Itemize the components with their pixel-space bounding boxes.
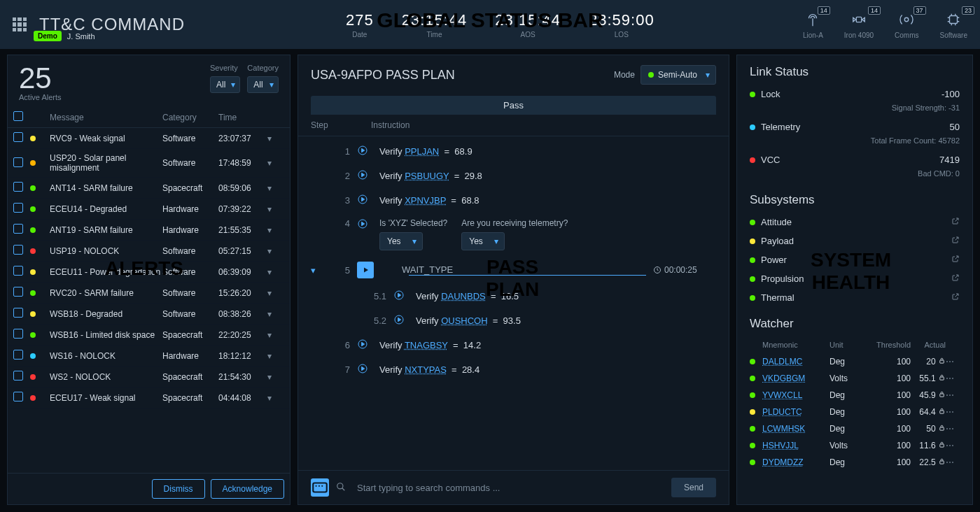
chevron-down-icon[interactable]: ▾: [267, 204, 284, 214]
chevron-down-icon[interactable]: ▾: [267, 330, 284, 340]
alert-row[interactable]: WS16 - NOLOCK Hardware 18:12:12 ▾: [8, 346, 290, 367]
row-checkbox[interactable]: [13, 329, 23, 339]
play-icon[interactable]: [357, 169, 379, 183]
mnemonic-link[interactable]: NXTYPAS: [405, 364, 447, 375]
alert-row[interactable]: USP19 - NOLOCK Software 05:27:15 ▾: [8, 241, 290, 262]
mnemonic-link[interactable]: TNAGBSY: [405, 340, 448, 350]
chevron-down-icon[interactable]: ▾: [267, 158, 284, 168]
play-icon[interactable]: [357, 363, 379, 376]
watcher-row[interactable]: DALDLMC Deg 100 20 ⋯: [737, 353, 972, 370]
play-active-icon[interactable]: [357, 262, 374, 278]
row-checkbox[interactable]: [13, 224, 23, 234]
chevron-down-icon[interactable]: ▾: [267, 134, 284, 143]
play-icon[interactable]: [357, 339, 379, 352]
subsystem-item[interactable]: Thermal: [737, 288, 972, 307]
more-icon[interactable]: ⋯: [946, 424, 960, 434]
subsystem-item[interactable]: Attitude: [737, 213, 972, 232]
status-lion-a[interactable]: 14 Lion-A: [803, 10, 823, 39]
row-checkbox[interactable]: [13, 350, 23, 360]
alert-row[interactable]: ECEU17 - Weak signal Spacecraft 04:44:08…: [8, 387, 290, 408]
status-comms[interactable]: 37 Comms: [895, 10, 918, 39]
launch-icon[interactable]: [951, 236, 960, 246]
mnemonic-link[interactable]: OUSHCOH: [441, 315, 487, 326]
mnemonic-link[interactable]: PLDUCTC: [762, 407, 830, 417]
select-all-checkbox[interactable]: [13, 111, 23, 121]
more-icon[interactable]: ⋯: [946, 374, 960, 383]
alert-row[interactable]: USP20 - Solar panel misalignment Softwar…: [8, 149, 290, 178]
row-checkbox[interactable]: [13, 245, 23, 255]
mnemonic-link[interactable]: DALDLMC: [762, 357, 830, 367]
alert-row[interactable]: WSB18 - Degraded Software 08:38:26 ▾: [8, 304, 290, 325]
watcher-row[interactable]: LCWMHSK Deg 100 50 ⋯: [737, 420, 972, 437]
chevron-down-icon[interactable]: ▾: [267, 267, 284, 277]
chevron-down-icon[interactable]: ▾: [267, 351, 284, 361]
chevron-down-icon[interactable]: ▾: [267, 288, 284, 298]
question-2-select[interactable]: Yes: [461, 232, 505, 250]
mode-select[interactable]: Semi-Auto: [640, 65, 716, 85]
chevron-down-icon[interactable]: ▾: [267, 183, 284, 193]
launch-icon[interactable]: [951, 255, 960, 265]
acknowledge-button[interactable]: Acknowledge: [211, 479, 284, 499]
row-checkbox[interactable]: [13, 392, 23, 401]
mnemonic-link[interactable]: HSHVJJL: [762, 441, 830, 450]
row-checkbox[interactable]: [13, 157, 23, 167]
watcher-row[interactable]: PLDUCTC Deg 100 64.4 ⋯: [737, 404, 972, 420]
pass-tab[interactable]: Pass: [311, 96, 716, 115]
subsystem-item[interactable]: Propulsion: [737, 269, 972, 288]
more-icon[interactable]: ⋯: [946, 457, 960, 467]
launch-icon[interactable]: [951, 273, 960, 284]
send-button[interactable]: Send: [671, 478, 716, 497]
play-icon[interactable]: [393, 290, 416, 303]
severity-select[interactable]: All: [210, 76, 240, 93]
alert-row[interactable]: RVC9 - Weak signal Software 23:07:37 ▾: [8, 128, 290, 149]
row-checkbox[interactable]: [13, 203, 23, 213]
dismiss-button[interactable]: Dismiss: [152, 479, 205, 499]
more-icon[interactable]: ⋯: [946, 407, 960, 417]
row-checkbox[interactable]: [13, 182, 23, 192]
play-icon[interactable]: [357, 194, 379, 207]
alert-row[interactable]: ANT14 - SARM failure Spacecraft 08:59:06…: [8, 178, 290, 199]
mnemonic-link[interactable]: PSBUUGY: [405, 171, 449, 181]
alert-row[interactable]: ANT19 - SARM failure Hardware 21:55:35 ▾: [8, 220, 290, 241]
alert-row[interactable]: ECEU14 - Degraded Hardware 07:39:22 ▾: [8, 199, 290, 220]
watcher-row[interactable]: HSHVJJL Volts 100 11.6 ⋯: [737, 437, 972, 454]
alert-row[interactable]: WSB16 - Limited disk space Spacecraft 22…: [8, 325, 290, 346]
mnemonic-link[interactable]: XPNVJBP: [405, 195, 446, 206]
alert-row[interactable]: WS2 - NOLOCK Spacecraft 21:54:30 ▾: [8, 367, 290, 387]
watcher-row[interactable]: DYDMDZZ Deg 100 22.5 ⋯: [737, 454, 972, 471]
status-iron 4090[interactable]: 14 Iron 4090: [844, 10, 874, 39]
row-checkbox[interactable]: [13, 287, 23, 297]
more-icon[interactable]: ⋯: [946, 441, 960, 450]
more-icon[interactable]: ⋯: [946, 357, 960, 367]
launch-icon[interactable]: [951, 217, 960, 227]
launch-icon[interactable]: [951, 292, 960, 303]
mnemonic-link[interactable]: YVWXCLL: [762, 390, 830, 400]
chevron-down-icon[interactable]: ▾: [267, 309, 284, 319]
alert-row[interactable]: RVC20 - SARM failure Software 15:26:20 ▾: [8, 283, 290, 304]
status-software[interactable]: 23 Software: [940, 10, 967, 39]
mnemonic-link[interactable]: DAUNBDS: [441, 291, 486, 301]
mnemonic-link[interactable]: DYDMDZZ: [762, 457, 830, 467]
play-icon[interactable]: [393, 314, 416, 327]
watcher-row[interactable]: YVWXCLL Deg 100 45.9 ⋯: [737, 387, 972, 404]
row-checkbox[interactable]: [13, 371, 23, 381]
chevron-down-icon[interactable]: ▾: [311, 265, 332, 276]
play-icon[interactable]: [357, 218, 379, 232]
apps-icon[interactable]: [13, 17, 27, 31]
row-checkbox[interactable]: [13, 308, 23, 318]
chevron-down-icon[interactable]: ▾: [267, 372, 284, 382]
command-palette-button[interactable]: [311, 478, 329, 497]
alert-row[interactable]: ECEU11 - Power degradation Software 06:3…: [8, 262, 290, 283]
mnemonic-link[interactable]: VKDGBGM: [762, 374, 830, 383]
more-icon[interactable]: ⋯: [946, 390, 960, 400]
chevron-down-icon[interactable]: ▾: [267, 393, 284, 403]
watcher-row[interactable]: VKDGBGM Volts 100 55.1 ⋯: [737, 370, 972, 387]
subsystem-item[interactable]: Payload: [737, 232, 972, 250]
row-checkbox[interactable]: [13, 266, 23, 276]
mnemonic-link[interactable]: PPLJAN: [405, 146, 439, 157]
category-select[interactable]: All: [247, 76, 279, 93]
chevron-down-icon[interactable]: ▾: [267, 225, 284, 235]
question-1-select[interactable]: Yes: [379, 232, 423, 250]
row-checkbox[interactable]: [13, 132, 23, 142]
mnemonic-link[interactable]: LCWMHSK: [762, 424, 830, 434]
